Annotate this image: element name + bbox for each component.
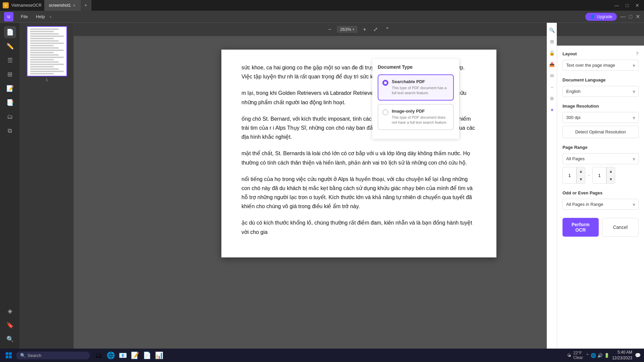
upgrade-button[interactable]: 👤 Upgrade bbox=[585, 13, 617, 21]
taskbar-right: 🌤 22°F Clear ⌃ 🌐 🔊 🔋 5:40 AM 12/23/2023 … bbox=[567, 350, 641, 361]
sidebar-icon-note[interactable]: 📝 bbox=[4, 82, 16, 95]
ocr-document-type-panel: Document Type Searchable PDF This type o… bbox=[372, 59, 460, 139]
taskbar-start-button[interactable] bbox=[3, 350, 14, 361]
perform-ocr-button[interactable]: Perform OCR bbox=[562, 218, 599, 237]
titlebar-controls: — □ ✕ bbox=[612, 2, 641, 9]
svg-rect-0 bbox=[6, 352, 8, 355]
detect-resolution-button[interactable]: Detect Optimal Resolution bbox=[562, 126, 639, 138]
weather-icon: 🌤 bbox=[567, 353, 571, 358]
ocr-option-searchable[interactable]: Searchable PDF This type of PDF document… bbox=[378, 74, 454, 101]
page-start-increment[interactable]: ▲ bbox=[577, 167, 585, 175]
taskbar-app-chrome[interactable]: 🌐 bbox=[105, 350, 116, 361]
thumb-line bbox=[30, 47, 59, 49]
rtool-sparkle[interactable]: ✦ bbox=[547, 105, 557, 115]
sidebar-icon-bookmark[interactable]: 🔖 bbox=[4, 319, 16, 331]
weather-condition: Clear bbox=[573, 355, 583, 360]
resolution-select-wrapper: 72 dpi 150 dpi 300 dpi 600 dpi ▾ bbox=[562, 112, 639, 123]
rtool-lock[interactable]: 🔒 bbox=[547, 48, 557, 58]
resolution-title-text: Image Resolution bbox=[562, 104, 599, 109]
rtool-minus[interactable]: − bbox=[547, 82, 557, 92]
zoom-out-button[interactable]: − bbox=[326, 25, 333, 34]
page-end-decrement[interactable]: ▼ bbox=[606, 175, 615, 183]
ocr-option-image-only[interactable]: Image-only PDF This type of PDF document… bbox=[378, 104, 454, 130]
rtool-settings[interactable]: ⚙ bbox=[547, 94, 557, 103]
system-clock[interactable]: 5:40 AM 12/23/2023 bbox=[612, 350, 632, 361]
zoom-in-button[interactable]: + bbox=[361, 25, 368, 34]
layout-select[interactable]: Text over the page image Text under the … bbox=[562, 60, 639, 71]
windows-logo-icon bbox=[5, 352, 12, 359]
thumb-line bbox=[30, 28, 59, 30]
thumbnail-content bbox=[28, 26, 66, 76]
cancel-button[interactable]: Cancel bbox=[602, 218, 639, 237]
sys-battery-icon[interactable]: 🔋 bbox=[604, 353, 609, 358]
close-button[interactable]: ✕ bbox=[633, 2, 641, 9]
fit-page-button[interactable]: ⤢ bbox=[371, 25, 380, 34]
ocr-radio-image-only bbox=[382, 109, 388, 115]
ocr-option-1-content: Searchable PDF This type of PDF document… bbox=[392, 79, 449, 96]
sidebar-icon-grid[interactable]: ⊞ bbox=[4, 68, 16, 80]
sidebar-icon-search[interactable]: 🔍 bbox=[4, 333, 16, 345]
collapse-button[interactable]: ⌃ bbox=[383, 25, 391, 34]
page-start-stepper: ▲ ▼ bbox=[562, 167, 585, 184]
page-end-input[interactable] bbox=[593, 171, 606, 180]
tab-add[interactable]: + bbox=[80, 0, 91, 11]
menu-file[interactable]: File bbox=[17, 13, 31, 20]
sys-expand-icon[interactable]: ⌃ bbox=[586, 353, 589, 358]
page-start-decrement[interactable]: ▼ bbox=[577, 175, 585, 183]
taskbar-app-acrobat[interactable]: 📄 bbox=[142, 350, 152, 361]
menu-help[interactable]: Help bbox=[33, 13, 48, 20]
thumb-line bbox=[30, 36, 64, 37]
clock-time: 5:40 AM bbox=[612, 350, 632, 355]
zoom-level-text: 263% bbox=[340, 27, 351, 32]
close-icon[interactable]: ✕ bbox=[636, 13, 640, 20]
notification-icon[interactable]: 💬 bbox=[635, 353, 641, 358]
taskbar-app-outlook[interactable]: 📧 bbox=[117, 350, 128, 361]
rtool-search[interactable]: 🔍 bbox=[547, 25, 557, 35]
language-select[interactable]: English Vietnamese French German bbox=[562, 86, 639, 97]
ocr-panel-title: Document Type bbox=[378, 64, 454, 70]
thumbnail-page-1[interactable]: 1 bbox=[23, 26, 70, 82]
minimize-icon[interactable]: — bbox=[620, 14, 626, 20]
page-range-title-text: Page Range bbox=[562, 145, 587, 150]
thumb-line bbox=[30, 59, 54, 60]
taskbar-search-icon: 🔍 bbox=[20, 353, 25, 358]
restore-icon[interactable]: □ bbox=[629, 14, 632, 20]
resolution-section-title: Image Resolution bbox=[562, 104, 639, 109]
page-start-arrows: ▲ ▼ bbox=[576, 167, 585, 183]
sidebar-icon-edit[interactable]: ✏️ bbox=[4, 40, 16, 52]
page-end-increment[interactable]: ▲ bbox=[606, 167, 615, 175]
sidebar-icon-pages[interactable]: 📄 bbox=[4, 26, 16, 38]
layout-help-icon[interactable]: ? bbox=[636, 51, 639, 56]
page-range-select[interactable]: All Pages Current Page Custom Range bbox=[562, 153, 639, 164]
zoom-dropdown-icon[interactable]: ▾ bbox=[353, 27, 354, 31]
sys-network-icon[interactable]: 🌐 bbox=[591, 353, 596, 358]
minimize-button[interactable]: — bbox=[612, 2, 621, 9]
sidebar-icon-pages2[interactable]: 📑 bbox=[4, 97, 16, 109]
left-sidebar: 📄 ✏️ ☰ ⊞ 📝 📑 🗂 ⧉ ◈ 🔖 🔍 bbox=[0, 23, 20, 349]
language-section-title: Document Language bbox=[562, 77, 639, 82]
resolution-select[interactable]: 72 dpi 150 dpi 300 dpi 600 dpi bbox=[562, 112, 639, 123]
sys-volume-icon[interactable]: 🔊 bbox=[597, 353, 603, 358]
tab-screenshot1[interactable]: screenshot1 ✕ bbox=[44, 0, 80, 11]
ocr-option-2-desc: This type of PDF document does not have … bbox=[392, 115, 449, 125]
doc-paragraph-4: nổi tiếng của họ trong việc cứu người ở … bbox=[241, 175, 476, 211]
clock-date: 12/23/2023 bbox=[612, 355, 632, 361]
odd-even-select[interactable]: All Pages in Range Odd Pages Only Even P… bbox=[562, 199, 639, 210]
rtool-mail[interactable]: ✉ bbox=[547, 71, 557, 80]
sidebar-icon-folder[interactable]: 🗂 bbox=[4, 111, 16, 123]
page-start-input[interactable] bbox=[563, 171, 576, 180]
tab-close-icon[interactable]: ✕ bbox=[73, 4, 75, 7]
taskbar-app-task2[interactable]: 📊 bbox=[154, 350, 164, 361]
rtool-thumbnail[interactable]: ⊞ bbox=[547, 37, 557, 46]
sidebar-icon-stack[interactable]: ⧉ bbox=[4, 125, 16, 137]
taskbar-app-word[interactable]: 📝 bbox=[129, 350, 140, 361]
taskbar: 🔍 Search 🗂 🌐 📧 📝 📄 📊 🌤 22°F Clear ⌃ 🌐 🔊 … bbox=[0, 349, 644, 362]
taskbar-search-box[interactable]: 🔍 Search bbox=[16, 352, 90, 359]
maximize-button[interactable]: □ bbox=[624, 2, 631, 9]
weather-temp: 22°F bbox=[573, 351, 583, 355]
rtool-upload[interactable]: 📤 bbox=[547, 60, 557, 69]
sidebar-icon-layers[interactable]: ◈ bbox=[4, 305, 16, 317]
taskbar-app-explorer[interactable]: 🗂 bbox=[93, 350, 104, 361]
sidebar-icon-list[interactable]: ☰ bbox=[4, 54, 16, 66]
thumb-line bbox=[30, 54, 59, 56]
